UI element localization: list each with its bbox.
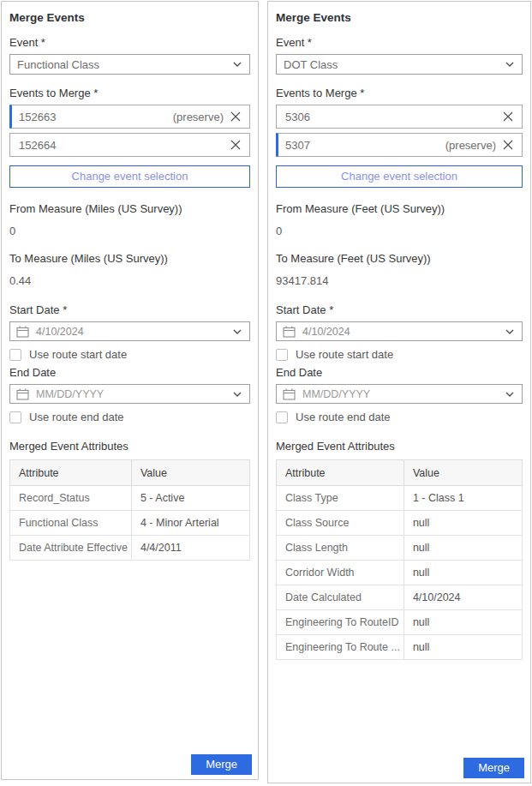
- events-to-merge-label: Events to Merge *: [276, 87, 523, 99]
- close-icon[interactable]: [503, 140, 513, 150]
- merge-events-panel-functional-class: Merge Events Event * Functional Class Ev…: [1, 1, 259, 780]
- table-row: Record_Status 5 - Active: [10, 486, 250, 511]
- close-icon[interactable]: [230, 140, 241, 150]
- attribute-cell: Engineering To RouteID: [277, 610, 404, 635]
- use-route-end-date-label: Use route end date: [296, 411, 391, 423]
- from-measure-value: 0: [276, 225, 523, 237]
- merge-button[interactable]: Merge: [191, 754, 252, 775]
- use-route-end-date-checkbox[interactable]: [9, 411, 21, 423]
- chevron-down-icon: [505, 329, 514, 334]
- value-cell: null: [403, 536, 522, 561]
- use-route-start-date-label: Use route start date: [296, 348, 393, 361]
- end-date-placeholder: MM/DD/YYYY: [302, 388, 370, 400]
- table-row: Corridor Width null: [277, 561, 523, 585]
- use-route-end-date-row: Use route end date: [9, 411, 250, 423]
- attribute-column-header: Attribute: [277, 460, 404, 486]
- close-icon[interactable]: [230, 111, 241, 122]
- table-row: Date Calculated 4/10/2024: [277, 585, 523, 610]
- table-row: Engineering To Route ... null: [277, 635, 523, 660]
- merged-attributes-table: Attribute Value Record_Status 5 - Active…: [9, 459, 250, 561]
- to-measure-label: To Measure (Feet (US Survey)): [276, 252, 523, 265]
- to-measure-value: 0.44: [9, 274, 250, 287]
- start-date-value: 4/10/2024: [302, 326, 350, 338]
- event-select-value: Functional Class: [17, 58, 99, 71]
- attribute-cell: Date Calculated: [277, 585, 404, 610]
- value-cell: 4/10/2024: [403, 585, 522, 610]
- use-route-start-date-label: Use route start date: [29, 348, 127, 361]
- event-id: 5306: [285, 111, 496, 123]
- event-to-merge-item[interactable]: 5306: [276, 105, 523, 129]
- table-row: Class Source null: [277, 511, 523, 536]
- to-measure-value: 93417.814: [276, 274, 523, 287]
- attribute-cell: Class Type: [277, 486, 404, 511]
- value-cell: 4 - Minor Arterial: [131, 511, 249, 536]
- event-select-value: DOT Class: [284, 58, 338, 71]
- calendar-icon: [283, 326, 296, 338]
- event-label: Event *: [276, 36, 523, 49]
- panel-title: Merge Events: [9, 9, 250, 24]
- close-icon[interactable]: [503, 111, 513, 122]
- value-cell: null: [403, 511, 522, 536]
- value-cell: null: [403, 635, 522, 660]
- table-row: Date Attribute Effective 4/4/2011: [10, 536, 250, 561]
- from-measure-label: From Measure (Feet (US Survey)): [276, 202, 523, 215]
- chevron-down-icon: [233, 329, 242, 334]
- preserve-tag: (preserve): [173, 111, 224, 123]
- event-to-merge-item[interactable]: 152664: [9, 133, 250, 157]
- merge-events-panel-dot-class: Merge Events Event * DOT Class Events to…: [267, 1, 531, 783]
- attribute-cell: Engineering To Route ...: [277, 635, 404, 660]
- use-route-end-date-row: Use route end date: [276, 411, 523, 423]
- event-label: Event *: [9, 36, 250, 49]
- use-route-end-date-label: Use route end date: [29, 411, 124, 423]
- end-date-placeholder: MM/DD/YYYY: [36, 388, 104, 400]
- merged-event-attributes-label: Merged Event Attributes: [9, 440, 250, 453]
- chevron-down-icon: [233, 392, 242, 397]
- attribute-cell: Record_Status: [10, 486, 132, 511]
- event-id: 152664: [19, 139, 224, 152]
- attribute-column-header: Attribute: [10, 460, 132, 486]
- value-cell: 5 - Active: [131, 486, 249, 511]
- merge-button[interactable]: Merge: [463, 758, 524, 778]
- to-measure-label: To Measure (Miles (US Survey)): [9, 252, 250, 265]
- event-id: 5307: [285, 139, 445, 152]
- start-date-label: Start Date *: [276, 303, 523, 316]
- calendar-icon: [16, 326, 29, 338]
- event-select[interactable]: DOT Class: [276, 54, 523, 75]
- change-event-selection-button[interactable]: Change event selection: [9, 165, 250, 188]
- event-id: 152663: [19, 111, 173, 123]
- start-date-picker[interactable]: 4/10/2024: [276, 321, 523, 341]
- table-row: Class Type 1 - Class 1: [277, 486, 523, 511]
- event-to-merge-item[interactable]: 5307 (preserve): [276, 133, 523, 157]
- attribute-cell: Functional Class: [10, 511, 132, 536]
- start-date-picker[interactable]: 4/10/2024: [9, 321, 250, 341]
- end-date-label: End Date: [276, 366, 523, 379]
- end-date-picker[interactable]: MM/DD/YYYY: [276, 384, 523, 404]
- change-event-selection-button[interactable]: Change event selection: [276, 165, 523, 188]
- event-select[interactable]: Functional Class: [9, 54, 250, 75]
- calendar-icon: [283, 388, 296, 400]
- from-measure-label: From Measure (Miles (US Survey)): [9, 202, 250, 215]
- value-column-header: Value: [131, 460, 249, 486]
- chevron-down-icon: [505, 62, 514, 67]
- event-to-merge-item[interactable]: 152663 (preserve): [9, 105, 250, 129]
- use-route-start-date-row: Use route start date: [9, 348, 250, 361]
- panel-title: Merge Events: [276, 9, 523, 24]
- attribute-cell: Date Attribute Effective: [10, 536, 132, 561]
- events-to-merge-label: Events to Merge *: [9, 87, 250, 99]
- value-column-header: Value: [403, 460, 522, 486]
- end-date-picker[interactable]: MM/DD/YYYY: [9, 384, 250, 404]
- merged-attributes-table: Attribute Value Class Type 1 - Class 1 C…: [276, 459, 523, 660]
- table-row: Functional Class 4 - Minor Arterial: [10, 511, 250, 536]
- table-row: Class Length null: [277, 536, 523, 561]
- calendar-icon: [16, 388, 29, 400]
- use-route-start-date-checkbox[interactable]: [276, 349, 288, 361]
- preserve-tag: (preserve): [445, 139, 496, 152]
- use-route-end-date-checkbox[interactable]: [276, 411, 288, 423]
- start-date-label: Start Date *: [9, 303, 250, 316]
- use-route-start-date-checkbox[interactable]: [9, 349, 21, 361]
- value-cell: 1 - Class 1: [403, 486, 522, 511]
- chevron-down-icon: [505, 392, 514, 397]
- merged-event-attributes-label: Merged Event Attributes: [276, 440, 523, 453]
- end-date-label: End Date: [9, 366, 250, 379]
- merge-events-page: Merge Events Event * Functional Class Ev…: [0, 0, 532, 786]
